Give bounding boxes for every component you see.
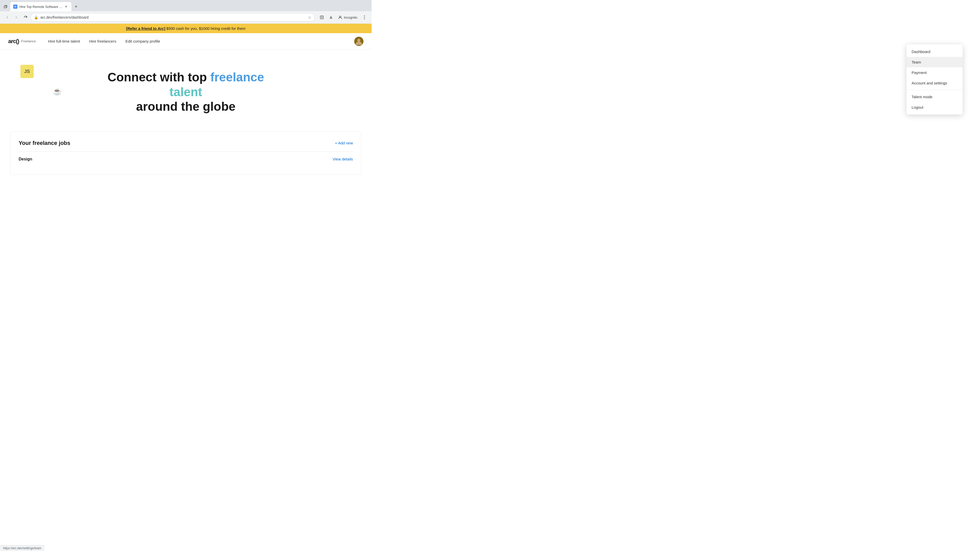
hero-freelance: freelance	[210, 70, 264, 84]
jobs-section: Your freelance jobs + Add new Design Vie…	[10, 131, 361, 175]
js-icon: JS	[21, 65, 34, 78]
avatar[interactable]	[354, 37, 363, 46]
referral-banner: [Refer a friend to Arc] $500 cash for yo…	[0, 24, 372, 33]
logo: arc()	[8, 38, 19, 44]
logo-area: arc() Freelance	[8, 38, 36, 44]
svg-rect-1	[320, 16, 323, 19]
hero-section: JS ☕ Connect with top freelance talent a…	[0, 49, 372, 131]
nav-hire-fulltime[interactable]: Hire full-time talent	[48, 39, 80, 43]
lock-icon: 🔒	[34, 15, 38, 19]
hero-title: Connect with top freelance talent around…	[94, 70, 278, 114]
svg-point-4	[364, 17, 365, 18]
address-url: arc.dev/freelancers/dashboard	[40, 15, 306, 19]
svg-point-7	[357, 39, 360, 42]
refresh-button[interactable]	[21, 13, 30, 21]
view-details-link[interactable]: View details	[332, 157, 353, 161]
nav-right-buttons: Incognito	[318, 13, 369, 21]
extensions-button[interactable]	[318, 13, 326, 21]
nav-hire-freelancers[interactable]: Hire freelancers	[89, 39, 116, 43]
svg-rect-0	[4, 6, 6, 8]
tab-bar: H Hire Top Remote Software Dev... ✕ +	[0, 0, 372, 11]
add-new-button[interactable]: + Add new	[335, 141, 353, 145]
hero-talent: talent	[169, 85, 202, 99]
browser-chrome: H Hire Top Remote Software Dev... ✕ + 🔒	[0, 0, 372, 24]
incognito-button[interactable]: Incognito	[336, 14, 360, 21]
svg-point-5	[364, 19, 365, 19]
banner-text: $500 cash for you, $1000 hiring credit f…	[165, 26, 245, 30]
hero-line2: around the globe	[136, 100, 235, 113]
main-nav: arc() Freelance Hire full-time talent Hi…	[0, 33, 372, 49]
job-name: Design	[19, 157, 32, 162]
active-tab[interactable]: H Hire Top Remote Software Dev... ✕	[10, 2, 72, 11]
svg-point-3	[364, 16, 365, 16]
tab-group-button[interactable]	[2, 3, 9, 10]
address-bar[interactable]: 🔒 arc.dev/freelancers/dashboard ☆	[30, 13, 315, 21]
logo-badge: Freelance	[21, 39, 36, 43]
download-button[interactable]	[327, 13, 335, 21]
new-tab-button[interactable]: +	[73, 3, 80, 10]
jobs-title: Your freelance jobs	[19, 140, 70, 146]
main-content: JS ☕ Connect with top freelance talent a…	[0, 49, 372, 185]
nav-bar: 🔒 arc.dev/freelancers/dashboard ☆	[0, 11, 372, 24]
nav-edit-profile[interactable]: Edit company profile	[125, 39, 160, 43]
back-button[interactable]	[3, 13, 11, 21]
hero-line1-plain: Connect with top	[107, 70, 210, 84]
tab-close-button[interactable]: ✕	[64, 4, 68, 9]
referral-link[interactable]: [Refer a friend to Arc]	[126, 26, 165, 30]
nav-links: Hire full-time talent Hire freelancers E…	[48, 39, 355, 43]
forward-button[interactable]	[12, 13, 21, 21]
job-item: Design View details	[19, 151, 353, 167]
more-options-button[interactable]	[360, 13, 369, 21]
jobs-header: Your freelance jobs + Add new	[19, 140, 353, 146]
tab-favicon: H	[13, 5, 18, 9]
tab-title: Hire Top Remote Software Dev...	[19, 5, 63, 9]
java-icon: ☕	[51, 85, 63, 97]
incognito-label: Incognito	[344, 16, 357, 19]
bookmark-icon[interactable]: ☆	[308, 15, 311, 20]
